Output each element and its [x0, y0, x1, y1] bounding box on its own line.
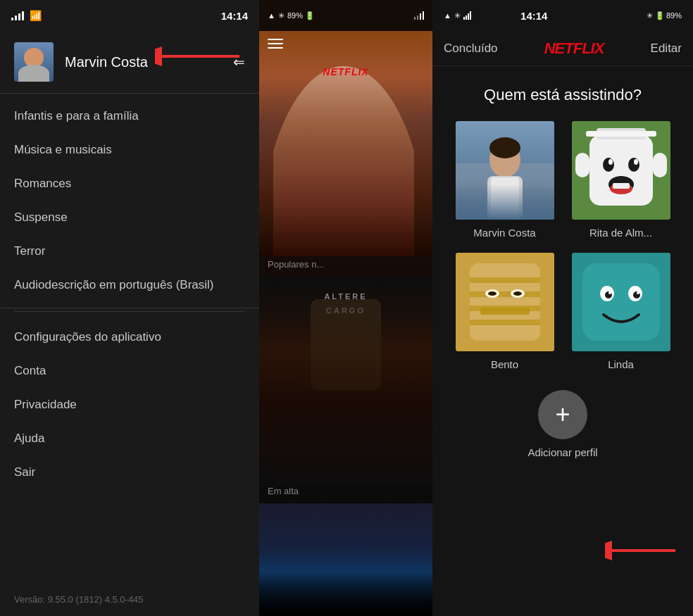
bluetooth-icon-right: ✳ — [454, 11, 461, 20]
svg-point-37 — [608, 291, 611, 294]
svg-point-28 — [488, 291, 497, 296]
svg-rect-17 — [613, 183, 630, 189]
svg-rect-25 — [470, 320, 540, 325]
menu-item-romances[interactable]: Romances — [0, 167, 259, 201]
menu-item-suspense[interactable]: Suspense — [0, 201, 259, 234]
avatar-svg-linda — [572, 253, 670, 351]
movie-poster-3 — [259, 503, 432, 616]
movie-poster-2: ALTERE CARGO — [259, 278, 432, 486]
who-watching-title: Quem está assistindo? — [432, 66, 693, 121]
location-icon-right: ▲ — [444, 11, 451, 20]
status-bar-right: ▲ ✳ 14:14 ✳ 🔋 89% — [432, 0, 693, 31]
right-panel: ▲ ✳ 14:14 ✳ 🔋 89% Concluído NETFLIX Edit… — [432, 0, 693, 616]
svg-rect-30 — [480, 308, 530, 315]
status-bar-left: 📶 14:14 — [0, 0, 259, 31]
menu-item-audio[interactable]: Audiodescrição em português (Brasil) — [0, 268, 259, 302]
svg-rect-9 — [575, 153, 589, 177]
profile-avatar-marvin — [456, 121, 554, 220]
menu-item-musica[interactable]: Música e musicais — [0, 133, 259, 167]
signal-right — [463, 11, 471, 20]
profile-bento[interactable]: Bento — [454, 253, 556, 370]
status-time-left: 14:14 — [221, 10, 248, 22]
profile-avatar-linda — [572, 253, 670, 351]
svg-rect-8 — [589, 135, 653, 206]
menu-item-terror[interactable]: Terror — [0, 234, 259, 268]
menu-separator — [14, 311, 245, 312]
bt-icon-right: ✳ 🔋 — [647, 11, 665, 20]
svg-point-14 — [634, 159, 638, 165]
add-profile-button[interactable]: + — [538, 390, 587, 439]
location-icon: ▲ — [268, 11, 275, 20]
profile-name-linda: Linda — [608, 358, 634, 370]
profile-name-bento: Bento — [491, 358, 518, 370]
svg-point-38 — [637, 291, 639, 294]
signal-icon — [11, 11, 24, 20]
svg-point-11 — [603, 158, 614, 172]
signal-mid — [414, 11, 424, 20]
red-arrow-left-svg — [155, 44, 246, 69]
menu-item-sair[interactable]: Sair — [0, 455, 259, 489]
svg-rect-6 — [491, 177, 519, 220]
arrow-left — [155, 44, 246, 69]
profiles-grid: Marvin Costa — [432, 121, 693, 370]
hamburger-menu-mid[interactable] — [268, 39, 283, 49]
edit-button[interactable]: Editar — [651, 42, 682, 56]
battery-mid: 89% 🔋 — [287, 11, 315, 20]
red-arrow-right-svg — [605, 538, 682, 563]
version-text: Versão: 9.55.0 (1812) 4.5.0-445 — [0, 583, 259, 616]
profile-avatar-rita — [572, 121, 670, 220]
profile-avatar-bento — [456, 253, 554, 351]
svg-rect-10 — [653, 153, 667, 177]
netflix-logo: NETFLIX — [544, 39, 604, 58]
svg-point-13 — [608, 159, 613, 165]
left-panel: 📶 14:14 Marvin Costa ⇐ Infantis e para a… — [0, 0, 259, 616]
add-profile-label: Adicionar perfil — [527, 446, 597, 458]
profile-rita[interactable]: Rita de Alm... — [570, 121, 672, 239]
battery-right: 89% — [666, 11, 682, 20]
category-menu: Infantis e para a família Música e music… — [0, 94, 259, 308]
svg-rect-22 — [470, 277, 540, 283]
menu-item-config[interactable]: Configurações do aplicativo — [0, 320, 259, 354]
add-profile-section: + Adicionar perfil — [432, 390, 693, 458]
profile-name-marvin: Marvin Costa — [473, 227, 535, 239]
menu-item-privacidade[interactable]: Privacidade — [0, 388, 259, 422]
movie-poster-1: NETFLIX — [259, 31, 432, 256]
concluded-button[interactable]: Concluído — [444, 42, 498, 56]
middle-panel: ▲ ✳ 89% 🔋 NETFLIX Populares n... ALTERE … — [259, 0, 432, 616]
em-alta-label: Em alta — [268, 486, 299, 496]
nav-bar: Concluído NETFLIX Editar — [432, 31, 693, 66]
svg-point-29 — [513, 291, 522, 296]
netflix-overlay-logo: NETFLIX — [323, 66, 368, 77]
arrow-right — [605, 538, 682, 563]
status-bar-mid: ▲ ✳ 89% 🔋 — [259, 0, 432, 31]
user-avatar — [14, 42, 54, 82]
populares-label: Populares n... — [268, 259, 324, 270]
svg-point-4 — [489, 137, 520, 158]
profile-marvin[interactable]: Marvin Costa — [454, 121, 556, 239]
mid-background: NETFLIX Populares n... ALTERE CARGO Em a… — [259, 0, 432, 616]
svg-rect-32 — [582, 263, 660, 341]
plus-icon: + — [555, 402, 570, 427]
wifi-icon: 📶 — [30, 10, 42, 21]
svg-point-12 — [628, 158, 639, 172]
profile-linda[interactable]: Linda — [570, 253, 672, 370]
status-time-right: 14:14 — [520, 10, 547, 22]
menu-item-ajuda[interactable]: Ajuda — [0, 422, 259, 455]
avatar-svg-rita — [572, 121, 670, 220]
svg-rect-23 — [470, 291, 540, 297]
menu-item-conta[interactable]: Conta — [0, 354, 259, 388]
svg-rect-21 — [470, 263, 540, 341]
svg-rect-19 — [586, 131, 656, 137]
bluetooth-icon-mid: ✳ — [278, 11, 285, 20]
avatar-svg-bento — [456, 253, 554, 351]
avatar-svg-marvin — [456, 121, 554, 220]
settings-menu: Configurações do aplicativo Conta Privac… — [0, 315, 259, 583]
profile-name-rita: Rita de Alm... — [589, 227, 652, 239]
menu-item-infantis[interactable]: Infantis e para a família — [0, 99, 259, 133]
